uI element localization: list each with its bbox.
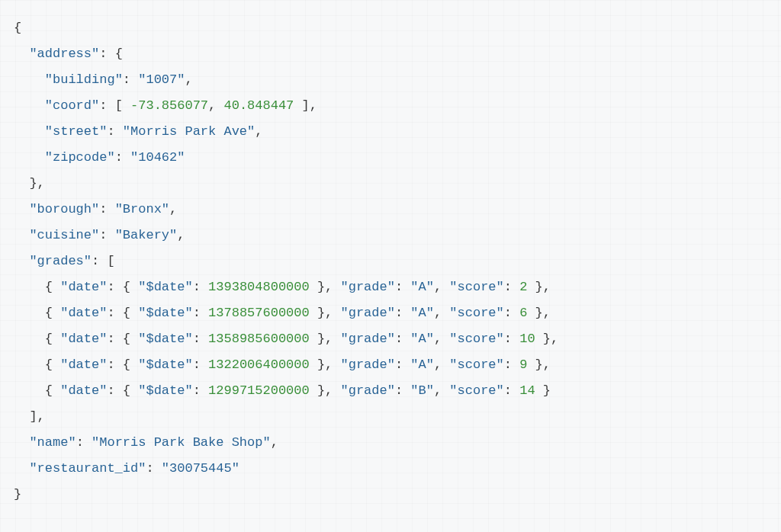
- code-token: ,: [271, 435, 278, 450]
- code-token: : {: [107, 306, 138, 320]
- code-token: "Morris Park Ave": [123, 124, 255, 139]
- code-token: ,: [185, 72, 192, 87]
- code-token: :: [193, 332, 208, 346]
- code-token: {: [14, 332, 60, 346]
- code-token: "Bakery": [115, 228, 178, 242]
- code-token: {: [14, 383, 60, 398]
- code-token: "grade": [341, 280, 395, 294]
- code-token: {: [14, 21, 21, 35]
- code-token: :: [193, 383, 208, 398]
- code-token: "zipcode": [45, 150, 115, 165]
- code-token: ],: [294, 98, 317, 113]
- code-token: "1007": [138, 72, 185, 87]
- code-token: :: [395, 383, 410, 398]
- code-token: :: [146, 461, 161, 476]
- code-token: "A": [410, 280, 434, 294]
- code-token: ,: [169, 202, 177, 216]
- code-token: },: [310, 280, 341, 294]
- code-token: 1322006400000: [208, 357, 310, 372]
- code-line: { "date": { "$date": 1393804800000 }, "g…: [14, 280, 551, 294]
- code-token: "borough": [29, 202, 99, 216]
- code-token: ,: [434, 357, 449, 372]
- code-token: },: [310, 383, 341, 398]
- code-token: "A": [410, 357, 434, 372]
- code-token: :: [193, 280, 208, 294]
- code-token: "$date": [138, 332, 192, 346]
- code-token: "score": [449, 383, 503, 398]
- code-line: "grades": [: [14, 254, 115, 268]
- code-token: :: [123, 72, 138, 87]
- code-token: [14, 98, 45, 113]
- code-token: }: [535, 383, 551, 398]
- code-token: },: [527, 357, 551, 372]
- code-token: "B": [410, 383, 434, 398]
- code-line: "address": {: [14, 46, 123, 61]
- code-token: ,: [434, 383, 449, 398]
- code-line: "zipcode": "10462": [14, 150, 185, 165]
- code-token: "building": [45, 72, 123, 87]
- code-token: "$date": [138, 306, 192, 320]
- code-token: "restaurant_id": [29, 461, 146, 476]
- code-token: :: [504, 306, 519, 320]
- code-token: [14, 124, 45, 139]
- code-token: : {: [107, 280, 138, 294]
- code-token: "Bronx": [115, 202, 169, 216]
- code-token: "date": [60, 332, 107, 346]
- code-token: :: [99, 228, 114, 242]
- code-token: [14, 254, 29, 268]
- code-token: :: [193, 306, 208, 320]
- code-token: "name": [29, 435, 76, 450]
- code-token: 10: [519, 332, 535, 346]
- code-line: "restaurant_id": "30075445": [14, 461, 239, 476]
- code-token: : [: [99, 98, 130, 113]
- code-token: :: [504, 383, 519, 398]
- code-token: "$date": [138, 383, 192, 398]
- code-token: "date": [60, 280, 107, 294]
- json-code-block: { "address": { "building": "1007", "coor…: [14, 15, 767, 508]
- code-token: :: [395, 280, 410, 294]
- code-token: },: [310, 357, 341, 372]
- code-line: "borough": "Bronx",: [14, 202, 177, 216]
- code-line: "cuisine": "Bakery",: [14, 228, 185, 242]
- code-token: ,: [177, 228, 185, 242]
- code-token: ,: [434, 332, 449, 346]
- code-token: : {: [99, 46, 123, 61]
- code-line: { "date": { "$date": 1299715200000 }, "g…: [14, 383, 551, 398]
- code-line: "street": "Morris Park Ave",: [14, 124, 262, 139]
- code-token: "grade": [341, 332, 395, 346]
- code-token: "date": [60, 357, 107, 372]
- code-line: "coord": [ -73.856077, 40.848447 ],: [14, 98, 317, 113]
- code-token: [14, 46, 29, 61]
- code-token: 1358985600000: [208, 332, 310, 346]
- code-token: ,: [434, 280, 449, 294]
- code-token: ,: [255, 124, 262, 139]
- code-token: ,: [208, 98, 223, 113]
- code-token: "score": [449, 357, 503, 372]
- code-token: : {: [107, 383, 138, 398]
- code-token: "A": [410, 332, 434, 346]
- code-token: 9: [519, 357, 527, 372]
- code-token: 1393804800000: [208, 280, 310, 294]
- code-token: "coord": [45, 98, 99, 113]
- code-token: [14, 72, 45, 87]
- code-token: :: [99, 202, 114, 216]
- code-token: {: [14, 280, 60, 294]
- code-token: :: [395, 357, 410, 372]
- code-token: :: [395, 306, 410, 320]
- code-line: "building": "1007",: [14, 72, 193, 87]
- code-token: [14, 150, 45, 165]
- code-token: {: [14, 306, 60, 320]
- code-token: : {: [107, 332, 138, 346]
- code-token: "Morris Park Bake Shop": [92, 435, 271, 450]
- code-token: "score": [449, 306, 503, 320]
- code-token: "date": [60, 383, 107, 398]
- code-token: {: [14, 357, 60, 372]
- code-token: ,: [434, 306, 449, 320]
- code-token: :: [76, 435, 92, 450]
- code-token: :: [395, 332, 410, 346]
- code-token: "A": [410, 306, 434, 320]
- code-token: "date": [60, 306, 107, 320]
- code-line: },: [14, 176, 45, 191]
- code-token: },: [527, 280, 551, 294]
- code-token: : [: [92, 254, 115, 268]
